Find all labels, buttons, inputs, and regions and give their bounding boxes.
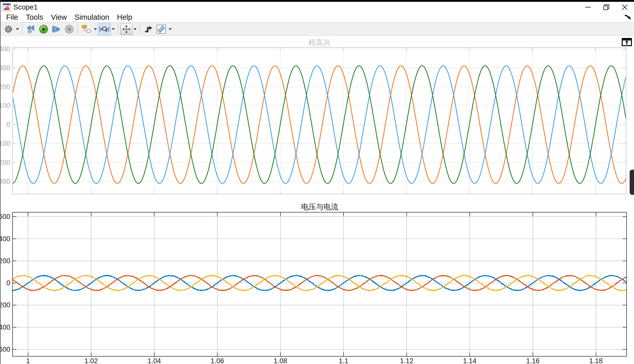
zoom-x-button[interactable]	[98, 23, 111, 35]
plot-area: 4003002001000-100-200-300程高兴6004002000-2…	[1, 36, 634, 364]
scope-window: Scope1 File Tools View Simulation	[0, 0, 634, 364]
y-tick-label: -200	[1, 301, 10, 309]
y-tick-label: -400	[1, 323, 10, 331]
toolbar-separator	[77, 24, 78, 34]
fit-to-view-icon	[122, 25, 131, 34]
menu-help[interactable]: Help	[115, 13, 134, 22]
signal-selector-dropdown[interactable]	[93, 23, 98, 35]
x-tick-label: 1.14	[463, 357, 477, 364]
measurements-button[interactable]	[155, 23, 168, 35]
step-back-button[interactable]	[24, 23, 37, 35]
scope-displays: 4003002001000-100-200-300程高兴6004002000-2…	[1, 36, 634, 364]
toolbar-separator	[118, 24, 118, 34]
y-tick-label: 400	[1, 235, 10, 243]
y-tick-label: 200	[1, 83, 10, 91]
dock-arrow-icon[interactable]	[623, 13, 632, 21]
run-button[interactable]	[37, 23, 50, 35]
menu-tools[interactable]: Tools	[24, 13, 45, 22]
chevron-down-icon	[112, 28, 115, 30]
y-tick-label: -300	[1, 178, 10, 185]
minimize-button[interactable]	[579, 2, 597, 12]
gear-icon	[4, 24, 13, 34]
x-tick-label: 1.1	[339, 357, 348, 364]
matlab-scope-icon	[3, 3, 11, 11]
chevron-down-icon	[169, 28, 172, 30]
menu-file[interactable]: File	[4, 13, 20, 22]
trigger-button[interactable]	[142, 23, 155, 35]
title-bar[interactable]: Scope1	[1, 2, 634, 12]
stop-icon	[64, 24, 74, 34]
y-tick-label: 0	[6, 121, 10, 128]
display-1-title: 程高兴	[308, 38, 331, 47]
y-tick-label: 200	[1, 257, 10, 265]
x-tick-label: 1	[26, 357, 30, 364]
y-tick-label: 0	[6, 279, 10, 287]
menu-simulation[interactable]: Simulation	[73, 13, 111, 22]
chevron-down-icon	[16, 28, 19, 30]
y-tick-label: -600	[1, 346, 10, 353]
scrollbar-thumb[interactable]	[630, 170, 634, 195]
window-controls	[579, 2, 634, 12]
x-tick-label: 1.06	[210, 357, 224, 364]
toolbar-separator	[139, 24, 140, 34]
step-back-icon	[26, 24, 36, 34]
zoom-x-dropdown[interactable]	[111, 23, 116, 35]
fit-to-view-dropdown[interactable]	[133, 23, 138, 35]
zoom-x-icon	[99, 25, 109, 34]
y-tick-label: 600	[1, 213, 10, 220]
signal-selector-button[interactable]	[80, 23, 93, 35]
display-2-canvas[interactable]	[13, 212, 627, 356]
close-button[interactable]	[616, 2, 634, 12]
toolbar-separator	[22, 24, 23, 34]
menu-bar: File Tools View Simulation Help	[1, 12, 634, 23]
chevron-down-icon	[134, 28, 137, 30]
y-tick-label: -100	[1, 140, 10, 147]
measurements-dropdown[interactable]	[168, 23, 173, 35]
display-1-canvas[interactable]	[13, 47, 626, 194]
measurements-ruler-icon	[156, 24, 166, 34]
scope-settings-button[interactable]	[2, 23, 15, 35]
close-icon	[621, 4, 628, 11]
window-title: Scope1	[13, 3, 38, 11]
x-tick-label: 1.16	[526, 357, 540, 364]
signal-selector-icon	[81, 24, 92, 34]
x-tick-label: 1.04	[147, 357, 161, 364]
display-2-title: 电压与电流	[301, 203, 338, 211]
y-tick-label: -200	[1, 159, 10, 166]
restore-icon	[603, 4, 610, 11]
run-icon	[39, 24, 48, 34]
trigger-icon	[144, 24, 153, 34]
y-tick-label: 300	[1, 64, 10, 72]
menu-view[interactable]: View	[49, 13, 69, 22]
step-forward-icon	[51, 24, 62, 34]
x-tick-label: 1.12	[400, 357, 414, 364]
window-top-border	[1, 0, 634, 2]
restore-button[interactable]	[597, 2, 616, 12]
panel-expand-icon[interactable]	[622, 38, 632, 46]
y-tick-label: 400	[1, 45, 10, 53]
y-tick-label: 100	[1, 102, 10, 109]
x-tick-label: 1.02	[84, 357, 98, 364]
stop-button[interactable]	[63, 23, 76, 35]
chevron-down-icon	[94, 28, 97, 30]
x-tick-label: 1.18	[589, 357, 603, 364]
step-forward-button[interactable]	[50, 23, 63, 35]
x-tick-label: 1.08	[274, 357, 287, 364]
scope-settings-dropdown[interactable]	[15, 23, 20, 35]
toolbar	[1, 23, 634, 36]
fit-to-view-button[interactable]	[120, 24, 133, 35]
